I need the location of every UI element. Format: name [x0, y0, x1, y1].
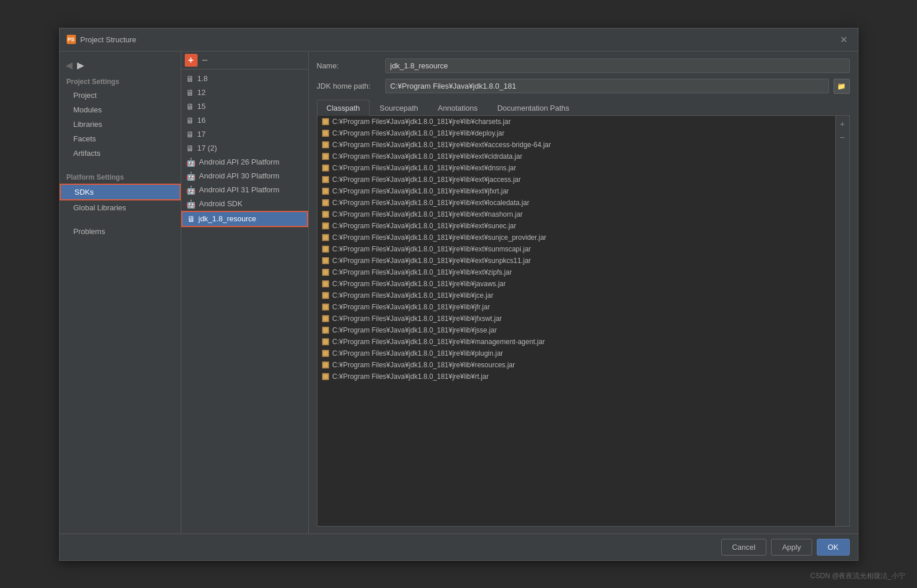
- list-item[interactable]: C:¥Program Files¥Java¥jdk1.8.0_181¥jre¥l…: [317, 243, 835, 255]
- jdk-icon: 🖥: [187, 214, 195, 224]
- tab-documentation-paths[interactable]: Documentation Paths: [487, 100, 579, 116]
- jar-icon: [322, 176, 329, 183]
- classpath-path: C:¥Program Files¥Java¥jdk1.8.0_181¥jre¥l…: [333, 187, 509, 195]
- jar-icon: [322, 211, 329, 218]
- list-item[interactable]: 🤖 Android API 30 Platform: [181, 169, 308, 183]
- classpath-path: C:¥Program Files¥Java¥jdk1.8.0_181¥jre¥l…: [333, 349, 503, 357]
- classpath-path: C:¥Program Files¥Java¥jdk1.8.0_181¥jre¥l…: [333, 372, 489, 381]
- classpath-path: C:¥Program Files¥Java¥jdk1.8.0_181¥jre¥l…: [333, 361, 516, 369]
- classpath-path: C:¥Program Files¥Java¥jdk1.8.0_181¥jre¥l…: [333, 233, 547, 242]
- classpath-path: C:¥Program Files¥Java¥jdk1.8.0_181¥jre¥l…: [333, 199, 529, 207]
- forward-arrow: ▶: [76, 59, 85, 72]
- list-item[interactable]: 🖥 17 (2): [181, 141, 308, 155]
- list-item[interactable]: 🤖 Android API 26 Platform: [181, 155, 308, 169]
- sdk-label: 17: [198, 130, 206, 138]
- sidebar: ◀ ▶ Project Settings Project Modules Lib…: [60, 52, 181, 534]
- classpath-path: C:¥Program Files¥Java¥jdk1.8.0_181¥jre¥l…: [333, 129, 505, 137]
- classpath-path: C:¥Program Files¥Java¥jdk1.8.0_181¥jre¥l…: [333, 280, 506, 288]
- tab-classpath[interactable]: Classpath: [317, 100, 370, 116]
- sidebar-item-global-libraries[interactable]: Global Libraries: [60, 200, 181, 215]
- list-item[interactable]: C:¥Program Files¥Java¥jdk1.8.0_181¥jre¥l…: [317, 220, 835, 232]
- list-item[interactable]: C:¥Program Files¥Java¥jdk1.8.0_181¥jre¥l…: [317, 278, 835, 290]
- jdk-icon: 🖥: [186, 88, 194, 97]
- sidebar-item-facets[interactable]: Facets: [60, 132, 181, 146]
- android-icon: 🤖: [186, 171, 196, 181]
- browse-button[interactable]: 📁: [834, 79, 850, 94]
- tab-annotations[interactable]: Annotations: [428, 100, 488, 116]
- sdk-label: Android API 30 Platform: [199, 171, 280, 180]
- list-item[interactable]: 🖥 12: [181, 86, 308, 100]
- jar-icon: [322, 304, 329, 311]
- list-item[interactable]: C:¥Program Files¥Java¥jdk1.8.0_181¥jre¥l…: [317, 371, 835, 382]
- jar-icon: [322, 373, 329, 380]
- list-item[interactable]: C:¥Program Files¥Java¥jdk1.8.0_181¥jre¥l…: [317, 255, 835, 266]
- list-item[interactable]: C:¥Program Files¥Java¥jdk1.8.0_181¥jre¥l…: [317, 301, 835, 313]
- list-item[interactable]: 🖥 16: [181, 114, 308, 127]
- apply-button[interactable]: Apply: [771, 539, 812, 556]
- list-item[interactable]: 🖥 1.8: [181, 72, 308, 86]
- jar-icon: [322, 269, 329, 276]
- list-item[interactable]: C:¥Program Files¥Java¥jdk1.8.0_181¥jre¥l…: [317, 116, 835, 127]
- project-structure-dialog: PS Project Structure ✕ ◀ ▶ Project Setti…: [59, 28, 858, 561]
- jar-icon: [322, 338, 329, 345]
- list-item[interactable]: 🤖 Android API 31 Platform: [181, 183, 308, 197]
- sdk-toolbar: + –: [181, 52, 308, 70]
- list-item[interactable]: C:¥Program Files¥Java¥jdk1.8.0_181¥jre¥l…: [317, 266, 835, 278]
- classpath-path: C:¥Program Files¥Java¥jdk1.8.0_181¥jre¥l…: [333, 268, 512, 276]
- list-item[interactable]: C:¥Program Files¥Java¥jdk1.8.0_181¥jre¥l…: [317, 232, 835, 243]
- list-item[interactable]: C:¥Program Files¥Java¥jdk1.8.0_181¥jre¥l…: [317, 162, 835, 174]
- sidebar-item-project[interactable]: Project: [60, 88, 181, 103]
- tabs-row: Classpath Sourcepath Annotations Documen…: [317, 100, 850, 116]
- jar-icon: [322, 199, 329, 206]
- sidebar-item-artifacts[interactable]: Artifacts: [60, 146, 181, 160]
- project-settings-header: Project Settings: [60, 74, 181, 88]
- platform-settings-header: Platform Settings: [60, 170, 181, 184]
- list-item[interactable]: C:¥Program Files¥Java¥jdk1.8.0_181¥jre¥l…: [317, 290, 835, 301]
- list-item[interactable]: C:¥Program Files¥Java¥jdk1.8.0_181¥jre¥l…: [317, 313, 835, 324]
- jar-icon: [322, 188, 329, 195]
- jar-icon: [322, 280, 329, 287]
- sidebar-item-modules[interactable]: Modules: [60, 103, 181, 117]
- ok-button[interactable]: OK: [817, 539, 850, 556]
- list-item[interactable]: 🖥 15: [181, 100, 308, 114]
- list-item[interactable]: C:¥Program Files¥Java¥jdk1.8.0_181¥jre¥l…: [317, 197, 835, 209]
- remove-sdk-button[interactable]: –: [199, 54, 211, 67]
- app-icon: PS: [67, 35, 76, 44]
- jar-icon: [322, 327, 329, 334]
- list-item[interactable]: C:¥Program Files¥Java¥jdk1.8.0_181¥jre¥l…: [317, 348, 835, 359]
- jar-icon: [322, 234, 329, 241]
- add-sdk-button[interactable]: +: [185, 54, 198, 67]
- jar-icon: [322, 153, 329, 160]
- sdk-list: 🖥 1.8 🖥 12 🖥 15 🖥 16 🖥 17: [181, 70, 308, 534]
- cancel-button[interactable]: Cancel: [721, 539, 766, 556]
- sdk-panel: + – 🖥 1.8 🖥 12 🖥 15 🖥 16: [181, 52, 309, 534]
- list-item[interactable]: C:¥Program Files¥Java¥jdk1.8.0_181¥jre¥l…: [317, 336, 835, 348]
- classpath-path: C:¥Program Files¥Java¥jdk1.8.0_181¥jre¥l…: [333, 152, 523, 160]
- sidebar-item-sdks[interactable]: SDKs: [60, 184, 181, 200]
- jdk-icon: 🖥: [186, 116, 194, 125]
- list-item[interactable]: C:¥Program Files¥Java¥jdk1.8.0_181¥jre¥l…: [317, 359, 835, 371]
- list-item[interactable]: C:¥Program Files¥Java¥jdk1.8.0_181¥jre¥l…: [317, 139, 835, 151]
- jar-icon: [322, 361, 329, 368]
- list-item[interactable]: 🤖 Android SDK: [181, 197, 308, 211]
- list-item[interactable]: C:¥Program Files¥Java¥jdk1.8.0_181¥jre¥l…: [317, 185, 835, 197]
- sdk-label: 12: [198, 88, 206, 97]
- list-item[interactable]: 🖥 17: [181, 127, 308, 141]
- list-item[interactable]: C:¥Program Files¥Java¥jdk1.8.0_181¥jre¥l…: [317, 174, 835, 185]
- tab-sourcepath[interactable]: Sourcepath: [370, 100, 428, 116]
- list-item[interactable]: C:¥Program Files¥Java¥jdk1.8.0_181¥jre¥l…: [317, 209, 835, 220]
- name-input[interactable]: [385, 59, 850, 73]
- list-item[interactable]: C:¥Program Files¥Java¥jdk1.8.0_181¥jre¥l…: [317, 151, 835, 162]
- list-item[interactable]: C:¥Program Files¥Java¥jdk1.8.0_181¥jre¥l…: [317, 324, 835, 336]
- jdk-home-input[interactable]: [385, 79, 829, 93]
- list-item[interactable]: C:¥Program Files¥Java¥jdk1.8.0_181¥jre¥l…: [317, 127, 835, 139]
- sidebar-item-libraries[interactable]: Libraries: [60, 117, 181, 132]
- classpath-remove-button[interactable]: –: [836, 131, 848, 143]
- back-arrow: ◀: [64, 59, 74, 72]
- classpath-add-button[interactable]: +: [836, 118, 848, 130]
- close-button[interactable]: ✕: [836, 33, 851, 46]
- classpath-path: C:¥Program Files¥Java¥jdk1.8.0_181¥jre¥l…: [333, 141, 551, 149]
- sidebar-item-problems[interactable]: Problems: [60, 224, 181, 239]
- classpath-path: C:¥Program Files¥Java¥jdk1.8.0_181¥jre¥l…: [333, 210, 523, 218]
- list-item-selected[interactable]: 🖥 jdk_1.8_resource: [181, 211, 308, 227]
